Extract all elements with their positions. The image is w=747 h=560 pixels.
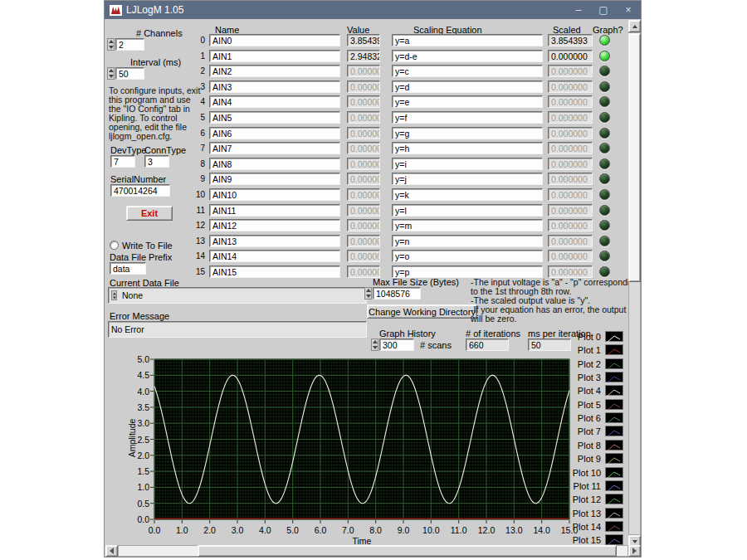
graph-enable-led[interactable] <box>599 35 610 46</box>
channels-input[interactable]: 2 <box>115 38 144 51</box>
legend-swatch[interactable] <box>605 426 623 436</box>
legend-swatch[interactable] <box>605 453 623 464</box>
scaling-equation-input[interactable]: y=c <box>392 65 543 77</box>
scaling-equation-input[interactable]: y=k <box>392 188 543 201</box>
interval-stepper[interactable] <box>107 67 115 80</box>
channel-value-display: 0.000000 <box>347 95 380 108</box>
graph-enable-led[interactable] <box>599 220 610 231</box>
scaling-equation-input[interactable]: y=n <box>392 235 543 247</box>
scaling-equation-input[interactable]: y=f <box>392 111 543 124</box>
exit-button[interactable]: Exit <box>126 206 173 221</box>
legend-swatch[interactable] <box>605 399 623 410</box>
serial-label: SerialNumber <box>110 174 166 184</box>
change-directory-button[interactable]: Change Working Directory <box>367 304 477 319</box>
legend-swatch[interactable] <box>605 331 623 342</box>
scaling-equation-input[interactable]: y=d <box>392 80 543 93</box>
y-tick-label: 4.5 <box>126 370 149 380</box>
scaling-equation-input[interactable]: y=i <box>392 158 543 170</box>
max-size-input[interactable]: 1048576 <box>373 287 421 299</box>
channels-stepper[interactable] <box>107 38 115 51</box>
legend-swatch[interactable] <box>605 372 623 382</box>
maximize-icon[interactable]: ▢ <box>591 1 616 19</box>
channel-name-input[interactable]: AIN11 <box>209 204 340 217</box>
graph-enable-led[interactable] <box>599 189 610 200</box>
hscroll-right-button[interactable] <box>628 545 641 557</box>
channel-name-input[interactable]: AIN15 <box>209 265 340 278</box>
channel-name-input[interactable]: AIN14 <box>209 250 340 262</box>
vscroll-thumb[interactable] <box>628 33 641 282</box>
channel-name-input[interactable]: AIN13 <box>209 235 340 247</box>
scaling-equation-input[interactable]: y=j <box>392 173 543 185</box>
graph-enable-led[interactable] <box>599 143 610 153</box>
y-tick-label: 5.0 <box>126 354 149 364</box>
max-size-stepper[interactable] <box>364 287 372 299</box>
channel-name-input[interactable]: AIN7 <box>209 142 340 154</box>
scaling-equation-input[interactable]: y=l <box>392 204 543 217</box>
channel-name-input[interactable]: AIN0 <box>209 34 340 46</box>
graph-enable-led[interactable] <box>599 96 610 107</box>
legend-swatch[interactable] <box>605 508 623 519</box>
legend-swatch[interactable] <box>605 480 623 491</box>
vscroll-up-button[interactable] <box>628 20 641 32</box>
channel-name-input[interactable]: AIN3 <box>209 80 340 93</box>
graph-enable-led[interactable] <box>599 81 610 92</box>
graph-enable-led[interactable] <box>599 266 610 277</box>
channel-name-input[interactable]: AIN6 <box>209 127 340 139</box>
graph-enable-led[interactable] <box>599 51 610 61</box>
channel-scaled-display: 0.000000 <box>548 219 593 231</box>
scaling-equation-input[interactable]: y=m <box>392 219 543 231</box>
graph-history-stepper[interactable] <box>371 338 378 351</box>
channel-scaled-display: 0.000000 <box>548 250 593 262</box>
scaling-equation-input[interactable]: y=p <box>392 265 543 278</box>
graph-enable-led[interactable] <box>599 128 610 139</box>
scaling-equation-input[interactable]: y=o <box>392 250 543 262</box>
legend-swatch[interactable] <box>605 494 623 504</box>
graph-enable-led[interactable] <box>599 158 610 169</box>
legend-swatch[interactable] <box>605 521 623 532</box>
graph-enable-led[interactable] <box>599 173 610 184</box>
scaling-equation-input[interactable]: y=a <box>392 34 543 46</box>
hscroll-thumb[interactable] <box>198 545 617 557</box>
legend-swatch[interactable] <box>605 440 623 450</box>
graph-enable-led[interactable] <box>599 236 610 246</box>
legend-swatch[interactable] <box>605 358 623 369</box>
channel-name-input[interactable]: AIN9 <box>209 173 340 185</box>
channel-name-input[interactable]: AIN8 <box>209 158 340 170</box>
channel-name-input[interactable]: AIN5 <box>209 111 340 124</box>
graph-enable-led[interactable] <box>599 251 610 261</box>
channel-name-input[interactable]: AIN1 <box>209 50 340 62</box>
x-tick-label: 6.0 <box>309 525 332 535</box>
legend-item-label: Plot 4 <box>544 386 601 396</box>
channel-scaled-display: 0.000000 <box>548 111 593 124</box>
x-tick-label: 3.0 <box>226 525 249 535</box>
channel-name-input[interactable]: AIN4 <box>209 95 340 108</box>
legend-swatch[interactable] <box>605 344 623 355</box>
graph-enable-led[interactable] <box>599 205 610 216</box>
path-browse-icon[interactable] <box>111 290 117 300</box>
prefix-input[interactable]: data <box>110 262 146 275</box>
legend-item-label: Plot 8 <box>544 441 601 450</box>
serial-input[interactable]: 470014264 <box>110 184 170 197</box>
legend-swatch[interactable] <box>605 412 623 423</box>
graph-history-input[interactable]: 300 <box>379 338 414 351</box>
write-to-file-label: Write To File <box>122 241 173 251</box>
scaling-equation-input[interactable]: y=d-e <box>392 50 543 62</box>
channel-name-input[interactable]: AIN2 <box>209 65 340 77</box>
write-to-file-radio[interactable] <box>110 241 119 250</box>
conntype-input[interactable]: 3 <box>144 155 169 168</box>
scaling-equation-input[interactable]: y=h <box>392 142 543 154</box>
legend-swatch[interactable] <box>605 467 623 478</box>
close-icon[interactable]: × <box>616 1 641 19</box>
graph-enable-led[interactable] <box>599 66 610 76</box>
legend-swatch[interactable] <box>605 534 623 545</box>
graph-enable-led[interactable] <box>599 112 610 123</box>
channel-name-input[interactable]: AIN10 <box>209 188 340 201</box>
scaling-equation-input[interactable]: y=e <box>392 95 543 108</box>
channel-name-input[interactable]: AIN12 <box>209 219 340 231</box>
legend-swatch[interactable] <box>605 385 623 396</box>
devtype-input[interactable]: 7 <box>110 155 135 168</box>
scaling-equation-input[interactable]: y=g <box>392 127 543 139</box>
interval-input[interactable]: 50 <box>115 67 144 80</box>
minimize-icon[interactable]: – <box>566 1 591 19</box>
hscroll-left-button[interactable] <box>105 545 118 557</box>
